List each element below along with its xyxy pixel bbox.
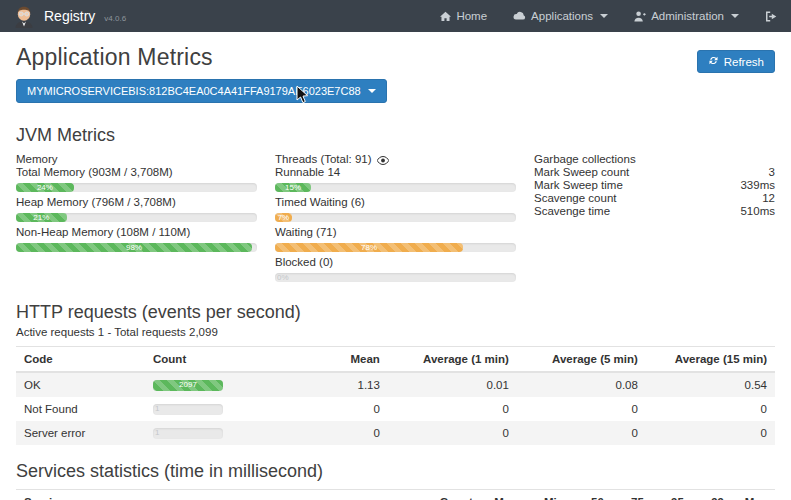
- http-row-ok: OK 2097 1.13 0.01 0.08 0.54: [16, 372, 775, 397]
- blocked-percent: 0%: [277, 274, 289, 282]
- col-header-min: Min: [532, 490, 572, 500]
- http-count-progressbar: 1: [153, 404, 223, 415]
- http-count-progressbar: 2097: [153, 380, 223, 391]
- threads-title-row: Threads (Total: 91): [275, 153, 516, 166]
- col-header-mean: Mean: [481, 490, 532, 500]
- col-header-service-name: Service name: [16, 490, 426, 500]
- http-avg5: 0: [517, 421, 646, 445]
- nonheap-memory-progress-fill: 98%: [16, 243, 252, 252]
- nav-menu: Home Applications Administration: [440, 10, 777, 22]
- nav-applications-label: Applications: [531, 10, 593, 22]
- nav-item-home[interactable]: Home: [440, 10, 487, 22]
- home-icon: [440, 11, 451, 22]
- heap-memory-progress-fill: 21%: [16, 213, 67, 222]
- gc-value: 3: [769, 166, 775, 179]
- nonheap-memory-percent: 98%: [126, 244, 142, 252]
- http-code: Not Found: [16, 397, 145, 421]
- heap-memory-percent: 21%: [33, 214, 49, 222]
- blocked-label: Blocked (0): [275, 256, 516, 269]
- http-row-server-error: Server error 1 0 0 0 0: [16, 421, 775, 445]
- gc-value: 12: [762, 192, 775, 205]
- nonheap-memory-label: Non-Heap Memory (108M / 110M): [16, 226, 257, 239]
- http-avg5: 0: [517, 397, 646, 421]
- http-requests-summary: Active requests 1 - Total requests 2,099: [16, 326, 775, 338]
- http-row-not-found: Not Found 1 0 0 0 0: [16, 397, 775, 421]
- http-avg15: 0: [646, 421, 775, 445]
- brand-version: v4.0.6: [104, 14, 126, 23]
- sign-out-icon: [765, 11, 777, 22]
- gc-row-scavenge-time: Scavenge time 510ms: [534, 205, 775, 218]
- col-header-max: Max: [732, 490, 775, 500]
- heap-memory-progressbar: 21%: [16, 213, 257, 222]
- http-mean: 0: [259, 421, 388, 445]
- http-avg1: 0: [388, 421, 517, 445]
- gc-label: Mark Sweep count: [534, 166, 629, 179]
- eye-icon[interactable]: [377, 156, 389, 165]
- waiting-progressbar: 78%: [275, 243, 516, 252]
- http-avg1: 0: [388, 397, 517, 421]
- nav-item-administration[interactable]: Administration: [634, 10, 739, 22]
- top-navbar: Registry v4.0.6 Home Applications: [0, 0, 791, 32]
- services-table-header-row: Service name Count Mean Min p50 p75 p95 …: [16, 490, 775, 500]
- col-header-count: Count: [145, 347, 259, 373]
- waiting-progress-fill: 78%: [275, 243, 463, 252]
- runnable-progressbar: 15%: [275, 183, 516, 192]
- gc-row-scavenge-count: Scavenge count 12: [534, 192, 775, 205]
- nav-home-label: Home: [456, 10, 487, 22]
- runnable-label: Runnable 14: [275, 166, 516, 179]
- gc-title: Garbage collections: [534, 153, 775, 166]
- total-memory-progress-fill: 24%: [16, 183, 74, 192]
- instance-selector-label: MYMICROSERVICEBIS:812BC4EA0C4A41FFA9179A…: [27, 85, 361, 97]
- timed-waiting-progressbar: 7%: [275, 213, 516, 222]
- blocked-progressbar: 0%: [275, 273, 516, 282]
- instance-selector-dropdown[interactable]: MYMICROSERVICEBIS:812BC4EA0C4A41FFA9179A…: [16, 79, 387, 103]
- brand-name: Registry: [44, 8, 95, 24]
- threads-title: Threads (Total: 91): [275, 153, 372, 166]
- heap-memory-label: Heap Memory (796M / 3,708M): [16, 196, 257, 209]
- timed-waiting-label: Timed Waiting (6): [275, 196, 516, 209]
- col-header-avg1: Average (1 min): [388, 347, 517, 373]
- chevron-down-icon: [731, 14, 739, 18]
- page-header: Application Metrics Refresh: [16, 44, 775, 73]
- http-count-value: 2097: [179, 381, 197, 389]
- nav-item-applications[interactable]: Applications: [513, 10, 608, 22]
- refresh-icon: [708, 55, 719, 68]
- http-avg1: 0.01: [388, 372, 517, 397]
- gc-value: 339ms: [740, 179, 775, 192]
- http-requests-table: Code Count Mean Average (1 min) Average …: [16, 346, 775, 445]
- nav-item-logout[interactable]: [765, 11, 777, 22]
- timed-waiting-percent: 7%: [278, 214, 290, 222]
- memory-title: Memory: [16, 153, 257, 166]
- nav-administration-label: Administration: [651, 10, 724, 22]
- http-avg5: 0.08: [517, 372, 646, 397]
- timed-waiting-progress-fill: 7%: [275, 213, 292, 222]
- http-count-progressbar: 1: [153, 428, 223, 439]
- http-count-cell: 2097: [145, 372, 259, 397]
- services-statistics-title: Services statistics (time in millisecond…: [16, 461, 775, 482]
- http-code: OK: [16, 372, 145, 397]
- main-content: Application Metrics Refresh MYMICROSERVI…: [0, 44, 791, 500]
- http-count-cell: 1: [145, 421, 259, 445]
- gc-metrics-column: Garbage collections Mark Sweep count 3 M…: [534, 153, 775, 286]
- runnable-progress-fill: 15%: [275, 183, 311, 192]
- chevron-down-icon: [600, 14, 608, 18]
- col-header-avg5: Average (5 min): [517, 347, 646, 373]
- col-header-avg15: Average (15 min): [646, 347, 775, 373]
- http-count-cell: 1: [145, 397, 259, 421]
- waiting-percent: 78%: [361, 244, 377, 252]
- col-header-p50: p50: [572, 490, 612, 500]
- refresh-button[interactable]: Refresh: [697, 50, 775, 73]
- brand[interactable]: Registry v4.0.6: [12, 4, 126, 28]
- http-count-progress-fill: 2097: [153, 380, 223, 391]
- total-memory-label: Total Memory (903M / 3,708M): [16, 166, 257, 179]
- refresh-button-label: Refresh: [724, 56, 764, 68]
- col-header-p75: p75: [612, 490, 652, 500]
- col-header-mean: Mean: [259, 347, 388, 373]
- total-memory-progressbar: 24%: [16, 183, 257, 192]
- jvm-metrics-title: JVM Metrics: [16, 125, 775, 146]
- memory-metrics-column: Memory Total Memory (903M / 3,708M) 24% …: [16, 153, 257, 286]
- col-header-p95: p95: [652, 490, 692, 500]
- total-memory-percent: 24%: [37, 184, 53, 192]
- nonheap-memory-progressbar: 98%: [16, 243, 257, 252]
- jvm-metrics-grid: Memory Total Memory (903M / 3,708M) 24% …: [16, 153, 775, 286]
